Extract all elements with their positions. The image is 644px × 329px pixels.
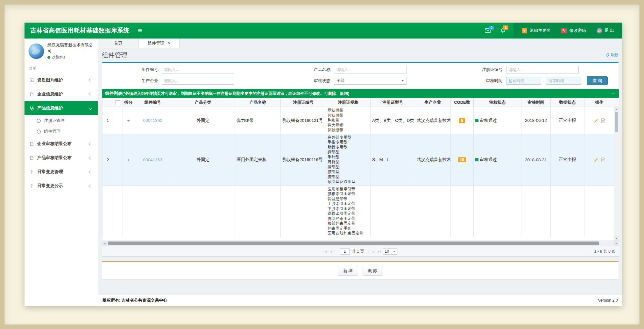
- audit-time-cell: 2018-06-12: [521, 107, 551, 134]
- column-header[interactable]: 操作: [584, 98, 614, 107]
- sidebar-item-label: 产品审核结果公布: [37, 155, 89, 161]
- column-header[interactable]: 数据状态: [551, 98, 584, 107]
- product-name-label: 产品名称:: [274, 67, 334, 73]
- code-count-cell: 10: [451, 134, 474, 186]
- row-seq: [103, 186, 113, 237]
- file-icon: [30, 142, 37, 146]
- notification-button[interactable]: 1: [500, 28, 505, 33]
- row-select-cell: [113, 107, 123, 134]
- component-code-link[interactable]: 00041392: [134, 107, 171, 134]
- sidebar-subitem[interactable]: 注册证管理: [25, 115, 98, 126]
- column-header[interactable]: 注册证型号: [371, 98, 415, 107]
- data-status-cell: 正常申报: [551, 134, 584, 186]
- sidebar: 武汉克瑞普新技术有限公司 欢迎您! 菜单 资质图片维护企业信息维护产品信息维护注…: [25, 38, 98, 306]
- manufacturer-cell: 武汉克瑞普新技术有: [415, 134, 451, 186]
- document-icon[interactable]: [601, 158, 605, 162]
- pager-first-icon[interactable]: |◄: [324, 250, 327, 253]
- add-button[interactable]: 新 增: [338, 266, 358, 276]
- scroll-down-icon[interactable]: ▼: [614, 236, 619, 241]
- logout-button[interactable]: 退 出: [597, 28, 614, 33]
- component-code-link[interactable]: [134, 186, 171, 237]
- vertical-scroll-thumb[interactable]: [615, 112, 618, 132]
- column-header-select: [113, 98, 123, 107]
- status-square-icon: [475, 158, 478, 161]
- return-icon: [522, 28, 527, 33]
- hamburger-menu-icon[interactable]: ≡: [138, 27, 142, 34]
- manufacturer-cell: 武汉克瑞普新技术有: [415, 107, 451, 134]
- edit-icon[interactable]: [594, 158, 598, 162]
- sidebar-item[interactable]: 资质图片维护: [25, 73, 98, 87]
- sidebar-item[interactable]: 产品审核结果公布: [25, 151, 98, 165]
- key-icon: [561, 28, 567, 33]
- grid-header-table: 拆分组件编号产品分类产品名称注册证编号注册证规格注册证型号生产企业CODE数审核…: [102, 98, 619, 107]
- tab-component-management[interactable]: 组件管理 ×: [139, 38, 180, 48]
- sidebar-item[interactable]: 日常变更公示: [25, 179, 98, 193]
- pin-icon: [30, 170, 37, 174]
- code-count-cell: 5: [451, 107, 474, 134]
- chevron-left-icon: [88, 156, 92, 159]
- column-header[interactable]: 审核时间: [521, 98, 551, 107]
- sidebar-item[interactable]: 企业信息维护: [25, 87, 98, 101]
- document-icon[interactable]: [601, 118, 605, 123]
- cert-specs-cell: 网状绷带片状绷带胸腹带弹力网帽筒状绷带: [326, 107, 371, 134]
- select-all-checkbox[interactable]: [116, 100, 120, 105]
- main-area: 首页 组件管理 × 组件管理 刷新 组件: [98, 38, 622, 306]
- cert-no-input[interactable]: [506, 66, 579, 74]
- horizontal-scrollbar[interactable]: ◄ ►: [102, 241, 619, 246]
- component-code-link[interactable]: 00041363: [134, 134, 171, 186]
- expand-row-button[interactable]: +: [123, 134, 134, 186]
- sidebar-item[interactable]: 企业审核结果公布: [25, 137, 98, 151]
- delete-button[interactable]: 删 除: [363, 266, 383, 276]
- mail-button[interactable]: 0: [485, 28, 491, 33]
- component-no-input[interactable]: [162, 66, 234, 74]
- return-main-button[interactable]: 返回主界面: [522, 28, 550, 33]
- edit-icon[interactable]: [594, 118, 598, 123]
- column-header[interactable]: CODE数: [451, 98, 474, 107]
- pager-page-input[interactable]: [340, 248, 350, 255]
- manufacturer-input[interactable]: [162, 77, 234, 85]
- scroll-left-icon[interactable]: ◄: [102, 241, 107, 246]
- change-password-button[interactable]: 修改密码: [561, 28, 586, 33]
- expand-row-button[interactable]: +: [123, 107, 134, 134]
- pager-prev-icon[interactable]: ◄: [329, 250, 332, 253]
- page-size-select[interactable]: 10: [383, 248, 397, 255]
- column-header[interactable]: 生产企业: [415, 98, 451, 107]
- file-icon: [30, 156, 37, 160]
- collapse-panel-button[interactable]: −: [611, 91, 616, 96]
- sidebar-item-label: 企业审核结果公布: [37, 141, 89, 147]
- scroll-right-icon[interactable]: ►: [614, 241, 619, 246]
- column-header[interactable]: 拆分: [123, 98, 134, 107]
- expand-row-button[interactable]: [123, 186, 134, 237]
- mail-badge: 0: [489, 26, 494, 30]
- close-tab-icon[interactable]: ×: [168, 38, 171, 48]
- column-header[interactable]: 注册证规格: [326, 98, 371, 107]
- audit-status-text: 审核通过: [480, 157, 497, 162]
- menu-label: 菜单: [25, 63, 98, 73]
- column-header[interactable]: 产品分类: [171, 98, 235, 107]
- horizontal-scroll-thumb[interactable]: [108, 242, 599, 245]
- audit-status-select[interactable]: 全部: [334, 77, 407, 85]
- column-header[interactable]: 组件编号: [134, 98, 171, 107]
- column-header[interactable]: 注册证编号: [281, 98, 326, 107]
- start-date-input[interactable]: [506, 77, 541, 85]
- tab-home[interactable]: 首页: [98, 38, 139, 48]
- product-name-input[interactable]: [334, 66, 407, 74]
- product-category-cell: 外固定: [171, 134, 235, 186]
- avatar: [28, 43, 44, 59]
- column-header[interactable]: 审核状态: [474, 98, 521, 107]
- audit-status-cell: 审核通过: [474, 107, 521, 134]
- scroll-up-icon[interactable]: ▲: [614, 107, 619, 111]
- pager-next-icon[interactable]: ►: [372, 250, 375, 253]
- sidebar-item[interactable]: 日常变更管理: [25, 165, 98, 179]
- column-header[interactable]: 产品名称: [235, 98, 281, 107]
- vertical-scrollbar[interactable]: ▲ ▼: [614, 107, 619, 241]
- sidebar-item[interactable]: 产品信息维护: [25, 101, 98, 115]
- manufacturer-label: 生产企业:: [102, 78, 162, 84]
- query-button[interactable]: 查 询: [587, 76, 608, 85]
- copyright-text: 版权所有: 吉林省公共资源交易中心: [103, 298, 167, 303]
- end-date-input[interactable]: [546, 77, 581, 85]
- refresh-link[interactable]: 刷新: [605, 52, 619, 58]
- sidebar-subitem[interactable]: 组件管理: [25, 126, 98, 137]
- chevron-down-icon: [393, 251, 395, 252]
- pager-last-icon[interactable]: ►|: [377, 250, 381, 253]
